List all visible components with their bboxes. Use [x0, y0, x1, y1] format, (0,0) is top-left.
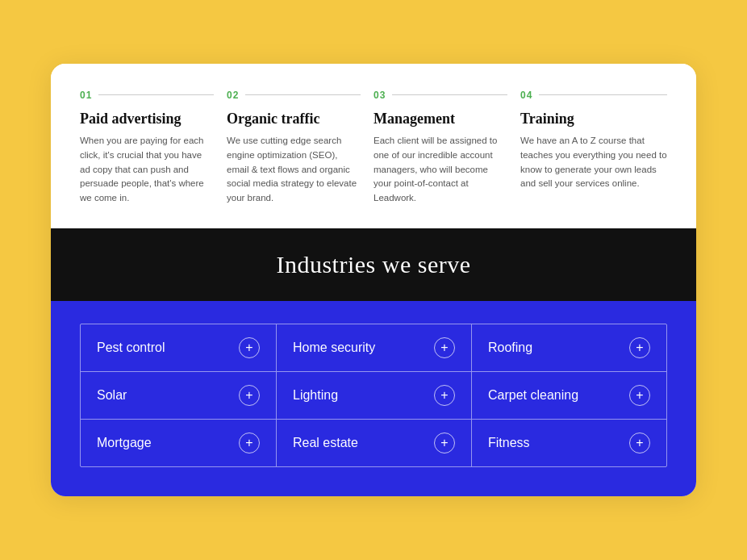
step-header-3: 03 — [374, 90, 507, 101]
cell-label-3-2: Real estate — [293, 436, 358, 450]
step-desc-2: We use cutting edge search engine optimi… — [227, 134, 361, 206]
plus-icon-2-3[interactable]: + — [629, 385, 650, 406]
step-title-2: Organic traffic — [227, 111, 361, 127]
plus-icon-3-1[interactable]: + — [239, 433, 260, 453]
top-section: 01 Paid advertising When you are paying … — [51, 64, 696, 228]
grid-cell-3-2[interactable]: Real estate + — [276, 420, 471, 466]
grid-cell-3-1[interactable]: Mortgage + — [81, 420, 276, 466]
step-line-3 — [392, 94, 507, 95]
step-line-4 — [539, 94, 667, 95]
step-number-2: 02 — [227, 90, 239, 101]
step-header-4: 04 — [520, 90, 667, 101]
step-title-4: Training — [520, 111, 667, 127]
step-number-3: 03 — [374, 90, 386, 101]
cell-label-1-1: Pest control — [97, 341, 165, 355]
plus-icon-1-3[interactable]: + — [629, 337, 650, 358]
cell-label-1-2: Home security — [293, 341, 375, 355]
plus-icon-2-2[interactable]: + — [434, 385, 455, 406]
step-3: 03 Management Each client will be assign… — [374, 90, 520, 228]
grid-row-3: Mortgage + Real estate + Fitness + — [81, 419, 666, 466]
bottom-section: Industries we serve Pest control + Home … — [51, 228, 696, 496]
grid-cell-2-1[interactable]: Solar + — [81, 372, 276, 419]
step-4: 04 Training We have an A to Z course tha… — [520, 90, 667, 228]
steps-row: 01 Paid advertising When you are paying … — [80, 90, 667, 228]
grid-cell-3-3[interactable]: Fitness + — [471, 420, 666, 466]
step-line-1 — [98, 94, 214, 95]
grid-cell-2-3[interactable]: Carpet cleaning + — [471, 372, 666, 419]
grid-cell-1-3[interactable]: Roofing + — [471, 324, 666, 371]
cell-label-2-1: Solar — [97, 388, 127, 403]
cell-label-3-3: Fitness — [488, 436, 530, 450]
step-number-1: 01 — [80, 90, 92, 101]
step-line-2 — [245, 94, 361, 95]
step-header-1: 01 — [80, 90, 214, 101]
grid-row-2: Solar + Lighting + Carpet cleaning + — [81, 371, 666, 419]
industries-grid: Pest control + Home security + Roofing +… — [80, 324, 667, 467]
plus-icon-1-2[interactable]: + — [434, 337, 455, 358]
cell-label-1-3: Roofing — [488, 341, 532, 355]
step-number-4: 04 — [520, 90, 532, 101]
main-card: 01 Paid advertising When you are paying … — [51, 64, 696, 496]
step-title-3: Management — [374, 111, 507, 127]
plus-icon-3-2[interactable]: + — [434, 433, 455, 453]
grid-cell-1-1[interactable]: Pest control + — [81, 324, 276, 371]
step-1: 01 Paid advertising When you are paying … — [80, 90, 227, 228]
step-2: 02 Organic traffic We use cutting edge s… — [227, 90, 374, 228]
step-desc-4: We have an A to Z course that teaches yo… — [520, 134, 667, 191]
step-title-1: Paid advertising — [80, 111, 214, 127]
grid-row-1: Pest control + Home security + Roofing + — [81, 324, 666, 371]
plus-icon-1-1[interactable]: + — [239, 337, 260, 358]
step-header-2: 02 — [227, 90, 361, 101]
step-desc-1: When you are paying for each click, it's… — [80, 134, 214, 206]
industries-title: Industries we serve — [276, 251, 470, 278]
plus-icon-2-1[interactable]: + — [239, 385, 260, 406]
step-desc-3: Each client will be assigned to one of o… — [374, 134, 507, 206]
cell-label-3-1: Mortgage — [97, 436, 152, 450]
plus-icon-3-3[interactable]: + — [629, 433, 650, 453]
grid-cell-1-2[interactable]: Home security + — [276, 324, 471, 371]
cell-label-2-2: Lighting — [293, 388, 338, 403]
industries-banner: Industries we serve — [51, 228, 696, 301]
grid-cell-2-2[interactable]: Lighting + — [276, 372, 471, 419]
cell-label-2-3: Carpet cleaning — [488, 388, 578, 403]
